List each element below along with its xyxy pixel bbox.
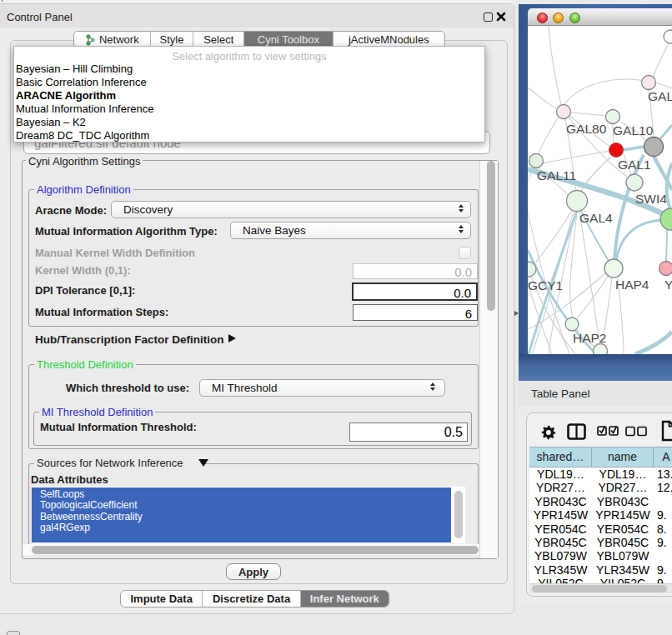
svg-text:GAL10: GAL10 xyxy=(613,123,654,138)
svg-text:GAL11: GAL11 xyxy=(537,168,576,182)
svg-text:Y: Y xyxy=(664,278,672,292)
svg-text:GCY1: GCY1 xyxy=(528,278,563,292)
svg-text:GAL80: GAL80 xyxy=(566,122,607,136)
svg-text:GAL2: GAL2 xyxy=(648,89,672,103)
svg-text:SWI4: SWI4 xyxy=(635,192,667,206)
svg-text:HAP4: HAP4 xyxy=(615,278,649,292)
svg-text:GAL1: GAL1 xyxy=(618,158,651,172)
svg-text:GAL4: GAL4 xyxy=(579,211,613,225)
svg-text:HAP2: HAP2 xyxy=(573,331,607,345)
